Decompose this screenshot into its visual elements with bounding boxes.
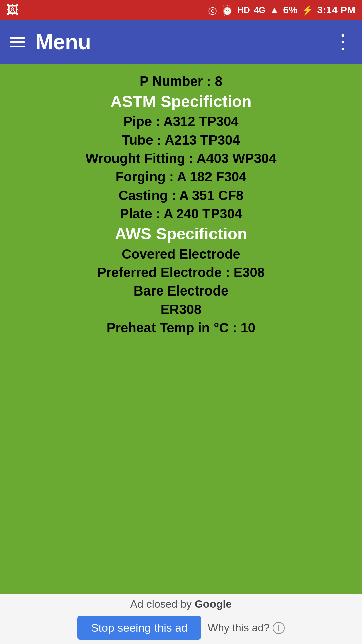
main-content: P Number : 8 ASTM Specifiction Pipe : A3… bbox=[0, 64, 362, 594]
tube-text: Tube : A213 TP304 bbox=[122, 132, 240, 147]
battery-level: 6% bbox=[283, 4, 297, 16]
covered-electrode-text: Covered Electrode bbox=[122, 247, 240, 261]
plate-text: Plate : A 240 TP304 bbox=[120, 206, 242, 221]
pipe-text: Pipe : A312 TP304 bbox=[123, 114, 238, 129]
p-number-text: P Number : 8 bbox=[140, 74, 222, 89]
bare-electrode-line: Bare Electrode bbox=[7, 283, 355, 299]
wrought-fitting-text: Wrought Fitting : A403 WP304 bbox=[86, 151, 277, 166]
more-options-button[interactable]: ⋮ bbox=[333, 32, 352, 52]
preferred-electrode-line: Preferred Electrode : E308 bbox=[7, 265, 355, 280]
aws-header-text: AWS Specifiction bbox=[115, 225, 247, 243]
google-brand-text: Google bbox=[195, 598, 232, 610]
app-bar: Menu ⋮ bbox=[0, 20, 362, 64]
p-number-line: P Number : 8 bbox=[7, 74, 355, 89]
ad-closed-text: Ad closed by bbox=[130, 598, 192, 610]
why-ad-text: Why this ad? bbox=[208, 622, 270, 634]
wrought-fitting-line: Wrought Fitting : A403 WP304 bbox=[7, 151, 355, 166]
preheat-temp-line: Preheat Temp in °C : 10 bbox=[7, 320, 355, 335]
ad-actions: Stop seeing this ad Why this ad? i bbox=[77, 616, 285, 640]
tube-line: Tube : A213 TP304 bbox=[7, 132, 355, 148]
info-icon: i bbox=[273, 622, 285, 634]
aws-header-line: AWS Specifiction bbox=[7, 225, 355, 243]
signal-icon: ▲ bbox=[270, 5, 279, 15]
radio-icon: ◎ bbox=[208, 4, 217, 16]
forging-text: Forging : A 182 F304 bbox=[116, 169, 246, 184]
er308-line: ER308 bbox=[7, 302, 355, 317]
astm-header-text: ASTM Specifiction bbox=[110, 93, 251, 110]
preheat-temp-text: Preheat Temp in °C : 10 bbox=[107, 320, 255, 335]
app-logo-icon: 🖼 bbox=[7, 3, 19, 17]
status-bar-right: ◎ ⏰ HD 4G ▲ 6% ⚡ 3:14 PM bbox=[208, 4, 355, 16]
casting-text: Casting : A 351 CF8 bbox=[119, 188, 244, 203]
status-bar-left: 🖼 bbox=[7, 3, 19, 17]
ad-banner: Ad closed by Google Stop seeing this ad … bbox=[0, 594, 362, 644]
plate-line: Plate : A 240 TP304 bbox=[7, 206, 355, 221]
bare-electrode-text: Bare Electrode bbox=[134, 283, 228, 298]
network-label: 4G bbox=[254, 5, 266, 15]
preferred-electrode-text: Preferred Electrode : E308 bbox=[97, 265, 265, 280]
time-display: 3:14 PM bbox=[317, 4, 355, 16]
charging-icon: ⚡ bbox=[302, 5, 313, 16]
hd-label: HD bbox=[237, 5, 250, 15]
casting-line: Casting : A 351 CF8 bbox=[7, 188, 355, 203]
pipe-line: Pipe : A312 TP304 bbox=[7, 114, 355, 129]
alarm-icon: ⏰ bbox=[221, 4, 233, 16]
why-this-ad-link[interactable]: Why this ad? i bbox=[208, 622, 285, 634]
covered-electrode-line: Covered Electrode bbox=[7, 247, 355, 262]
stop-seeing-ad-button[interactable]: Stop seeing this ad bbox=[77, 616, 201, 640]
status-bar: 🖼 ◎ ⏰ HD 4G ▲ 6% ⚡ 3:14 PM bbox=[0, 0, 362, 20]
ad-closed-label: Ad closed by Google bbox=[130, 598, 232, 610]
app-bar-left: Menu bbox=[10, 30, 91, 54]
astm-header-line: ASTM Specifiction bbox=[7, 92, 355, 111]
hamburger-menu-button[interactable] bbox=[10, 37, 25, 47]
er308-text: ER308 bbox=[161, 302, 201, 317]
app-title: Menu bbox=[35, 30, 91, 54]
forging-line: Forging : A 182 F304 bbox=[7, 169, 355, 184]
